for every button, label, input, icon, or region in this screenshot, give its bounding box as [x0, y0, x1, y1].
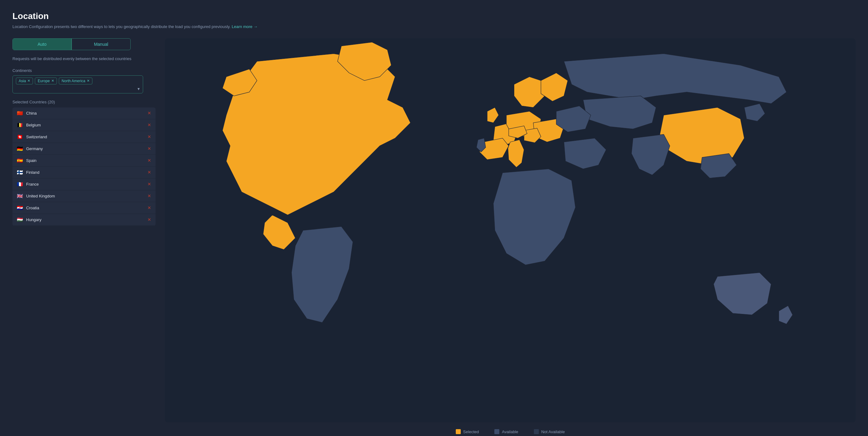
not-available-label: Not Available [541, 430, 565, 434]
list-item: 🇭🇺 Hungary ✕ [12, 214, 156, 226]
country-name: United Kingdom [26, 194, 144, 198]
not-available-dot [534, 429, 539, 434]
tab-auto[interactable]: Auto [13, 39, 71, 50]
legend-selected: Selected [456, 429, 479, 434]
continent-tag-north-america[interactable]: North America ✕ [59, 78, 92, 84]
country-flag: 🇨🇳 [17, 110, 23, 116]
remove-asia-icon[interactable]: ✕ [27, 79, 30, 83]
remove-country-icon[interactable]: ✕ [148, 217, 151, 222]
selected-label: Selected [463, 430, 479, 434]
list-item: 🇨🇳 China ✕ [12, 108, 156, 119]
remove-europe-icon[interactable]: ✕ [51, 79, 54, 83]
country-flag: 🇨🇭 [17, 134, 23, 140]
list-item: 🇫🇮 Finland ✕ [12, 167, 156, 178]
legend-not-available: Not Available [534, 429, 565, 434]
remove-country-icon[interactable]: ✕ [148, 205, 151, 210]
list-item: 🇫🇷 France ✕ [12, 178, 156, 190]
selected-dot [456, 429, 461, 434]
country-flag: 🇫🇮 [17, 169, 23, 175]
country-name: Belgium [26, 123, 144, 127]
page-title: Location [12, 11, 856, 21]
remove-country-icon[interactable]: ✕ [148, 122, 151, 127]
tab-manual[interactable]: Manual [72, 39, 130, 50]
remove-country-icon[interactable]: ✕ [148, 170, 151, 175]
country-name: Spain [26, 158, 144, 163]
continents-label: Continents [12, 68, 156, 73]
country-name: Switzerland [26, 135, 144, 139]
country-name: Germany [26, 146, 144, 151]
learn-more-link[interactable]: Learn more → [232, 24, 257, 29]
country-name: Hungary [26, 217, 144, 222]
world-map [165, 38, 856, 422]
country-flag: 🇬🇧 [17, 193, 23, 199]
country-flag: 🇧🇪 [17, 122, 23, 128]
continent-tag-europe[interactable]: Europe ✕ [35, 78, 57, 84]
country-flag: 🇭🇺 [17, 217, 23, 223]
selected-countries-header: Selected Countries (20) [12, 100, 156, 104]
list-item: 🇪🇸 Spain ✕ [12, 155, 156, 167]
page-description: Location Configuration presents two diff… [12, 24, 856, 29]
remove-country-icon[interactable]: ✕ [148, 158, 151, 163]
available-dot [494, 429, 499, 434]
remove-north-america-icon[interactable]: ✕ [87, 79, 90, 83]
country-flag: 🇩🇪 [17, 146, 23, 152]
country-name: Croatia [26, 206, 144, 210]
left-panel: Auto Manual Requests will be distributed… [12, 38, 156, 226]
map-container [165, 38, 856, 424]
remove-country-icon[interactable]: ✕ [148, 111, 151, 116]
list-item: 🇨🇭 Switzerland ✕ [12, 131, 156, 143]
countries-list: 🇨🇳 China ✕ 🇧🇪 Belgium ✕ 🇨🇭 Switzerland ✕… [12, 108, 156, 226]
list-item: 🇭🇷 Croatia ✕ [12, 202, 156, 214]
country-flag: 🇫🇷 [17, 181, 23, 187]
continents-input[interactable] [16, 86, 68, 91]
remove-country-icon[interactable]: ✕ [148, 181, 151, 186]
country-name: France [26, 182, 144, 186]
tab-bar: Auto Manual [12, 38, 131, 50]
remove-country-icon[interactable]: ✕ [148, 194, 151, 198]
list-item: 🇩🇪 Germany ✕ [12, 143, 156, 155]
country-flag: 🇪🇸 [17, 157, 23, 164]
tab-description: Requests will be distributed evenly betw… [12, 56, 156, 62]
legend-available: Available [494, 429, 518, 434]
remove-country-icon[interactable]: ✕ [148, 134, 151, 139]
dropdown-arrow-icon[interactable]: ▾ [137, 86, 140, 91]
country-flag: 🇭🇷 [17, 205, 23, 211]
continent-tag-asia[interactable]: Asia ✕ [16, 78, 33, 84]
legend: Selected Available Not Available [165, 429, 856, 434]
right-panel: Selected Available Not Available [165, 38, 856, 434]
remove-country-icon[interactable]: ✕ [148, 146, 151, 151]
country-name: China [26, 111, 144, 116]
country-name: Finland [26, 170, 144, 175]
list-item: 🇬🇧 United Kingdom ✕ [12, 190, 156, 202]
list-item: 🇧🇪 Belgium ✕ [12, 119, 156, 131]
available-label: Available [502, 430, 518, 434]
continents-selector[interactable]: Asia ✕ Europe ✕ North America ✕ ▾ [12, 76, 143, 93]
